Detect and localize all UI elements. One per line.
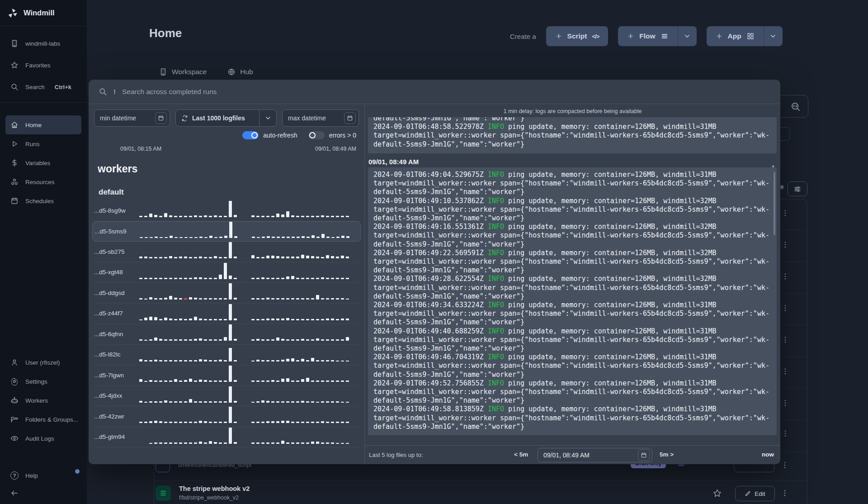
sidebar-item-audit-logs[interactable]: Audit Logs [0, 429, 87, 448]
runs-search-input[interactable] [122, 88, 770, 96]
boxes-icon [10, 178, 19, 186]
worker-row[interactable]: ...d5-7lgwn [94, 365, 359, 386]
calendar-icon [158, 115, 164, 121]
folder-icon [10, 415, 19, 423]
worker-row[interactable]: ...d5-gtm94 [94, 427, 359, 448]
tab-hub[interactable]: Hub [227, 68, 253, 76]
kebab-menu-icon[interactable] [781, 429, 789, 439]
kebab-menu-icon[interactable] [781, 489, 789, 497]
sidebar-item-label: Favorites [25, 62, 51, 69]
kebab-menu-icon[interactable] [781, 241, 789, 251]
sidebar-item-folders-groups[interactable]: Folders & Groups... [0, 410, 87, 429]
create-script-group: Script </> [546, 26, 609, 46]
sidebar-item-home[interactable]: Home [5, 115, 81, 134]
sidebar-item-label: Schedules [25, 198, 54, 204]
worker-row[interactable]: ...d5-z44f7 [94, 304, 359, 324]
logfiles-select[interactable]: Last 1000 logfiles [175, 109, 277, 127]
create-flow-button[interactable]: Flow [618, 26, 677, 46]
sidebar-item-workers[interactable]: Workers [0, 391, 87, 410]
list-item[interactable]: The stripe webhook v2 f/bd/stripe_webhoo… [156, 485, 250, 501]
filter-row: min datetime Last 1000 logfiles max date… [94, 109, 359, 127]
max-datetime-input[interactable]: max datetime [282, 109, 359, 127]
edit-button[interactable]: Edit [735, 486, 775, 501]
footer-datetime-input[interactable]: 09/01, 08:49 AM [538, 448, 652, 462]
worker-row[interactable]: ...d5-6qfnn [94, 324, 359, 345]
kebab-menu-icon[interactable] [781, 209, 789, 219]
code-icon: </> [592, 33, 599, 40]
worker-row[interactable]: ...d5-8sg9w [94, 200, 359, 221]
scrollbar-thumb[interactable] [774, 172, 775, 235]
eye-icon [10, 434, 19, 442]
forward-5m-button[interactable]: 5m > [660, 451, 674, 458]
flow-icon [156, 485, 171, 501]
sidebar-item-help[interactable]: ? Help [0, 466, 87, 485]
kebab-menu-icon[interactable] [781, 399, 789, 409]
favorite-star-icon[interactable] [712, 489, 722, 498]
log-level: INFO [488, 327, 504, 335]
min-datetime-label: min datetime [100, 114, 136, 122]
pencil-icon [745, 490, 751, 497]
calendar-button[interactable] [155, 112, 167, 124]
sidebar-item-favorites[interactable]: Favorites [0, 54, 87, 76]
sidebar-item-variables[interactable]: Variables [0, 153, 87, 172]
calendar-button[interactable] [638, 449, 650, 461]
min-datetime-input[interactable]: min datetime [94, 109, 170, 127]
kebab-menu-icon[interactable] [781, 272, 789, 282]
create-app-button[interactable]: App [707, 26, 764, 46]
kebab-menu-icon[interactable] [781, 304, 789, 314]
create-flow-dropdown[interactable] [678, 26, 697, 46]
auto-refresh-toggle[interactable] [242, 131, 259, 139]
toggle-row: auto-refresh errors > 0 [94, 131, 359, 139]
app-label: App [728, 32, 741, 40]
calendar-button[interactable] [344, 112, 356, 124]
sidebar-item-resources[interactable]: Resources [0, 172, 87, 191]
collapse-sidebar-button[interactable] [0, 485, 87, 501]
sidebar-item-search[interactable]: SearchCtrl+k [0, 76, 87, 98]
log-entry: 2024-09-01T06:48:58.522978Z INFO ping up… [373, 123, 771, 149]
screen: Windmill windmill-labsFavoritesSearchCtr… [0, 0, 868, 504]
sidebar-top-group: windmill-labsFavoritesSearchCtrl+k [0, 26, 87, 98]
sidebar-item-settings[interactable]: Settings [0, 372, 87, 391]
worker-id: ...d5-5sms9 [94, 228, 140, 235]
worker-row[interactable]: ...d5-l82lc [94, 345, 359, 366]
worker-row[interactable]: ...d5-5sms9 [92, 221, 361, 242]
back-5m-button[interactable]: < 5m [514, 451, 528, 458]
plus-icon [627, 33, 634, 40]
worker-row[interactable]: ...d5-sb275 [94, 242, 359, 262]
brand[interactable]: Windmill [0, 0, 87, 26]
search-icon [99, 87, 107, 96]
log-level: INFO [488, 301, 504, 309]
kebab-menu-icon[interactable] [781, 336, 789, 346]
worker-row[interactable]: ...d5-42zwr [94, 406, 359, 427]
errors-toggle[interactable] [308, 131, 325, 139]
worker-row[interactable]: ...d5-xgt48 [94, 262, 359, 283]
create-script-button[interactable]: Script </> [546, 26, 609, 46]
worker-activity-sparkline [139, 304, 359, 323]
logfiles-dropdown[interactable] [259, 110, 276, 126]
now-button[interactable]: now [762, 451, 774, 458]
tab-workspace[interactable]: Workspace [159, 68, 207, 76]
worker-id: ...d5-8sg9w [94, 207, 139, 214]
log-level: INFO [488, 197, 504, 205]
log-block-main[interactable]: 2024-09-01T06:49:04.529675Z INFO ping up… [368, 167, 777, 435]
windmill-logo-icon [7, 8, 18, 19]
sidebar-item-user-rfiszel[interactable]: User (rfiszel) [0, 353, 87, 372]
adjustments-button[interactable] [788, 181, 807, 196]
kebab-menu-icon[interactable] [781, 461, 789, 469]
worker-row[interactable]: ...d5-ddgsd [94, 283, 359, 304]
sidebar-bottom-group: User (rfiszel)SettingsWorkersFolders & G… [0, 353, 87, 448]
sidebar-item-label: Home [25, 122, 42, 128]
worker-activity-sparkline [139, 242, 359, 261]
play-icon [10, 140, 19, 148]
worker-row[interactable]: ...d5-4jdxx [94, 386, 359, 407]
log-entry: 2024-09-01T06:49:10.537862Z INFO ping up… [373, 197, 771, 223]
sidebar-item-label: Settings [25, 378, 47, 385]
create-app-dropdown[interactable] [764, 26, 783, 46]
sidebar-item-windmill-labs[interactable]: windmill-labs [0, 33, 87, 54]
log-tail-line: default-5sms9-Jmn1G","name":"worker"} [373, 117, 771, 123]
kebab-menu-icon[interactable] [781, 367, 789, 377]
sidebar-item-schedules[interactable]: Schedules [0, 191, 87, 210]
page-title: Home [149, 26, 182, 40]
sidebar-item-runs[interactable]: Runs [0, 134, 87, 153]
range-end: 09/01, 08:49 AM [315, 146, 356, 152]
